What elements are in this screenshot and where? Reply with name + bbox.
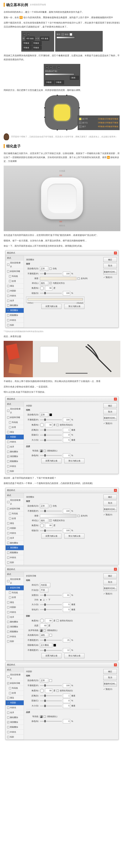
sidebar-item[interactable]: 等高线 xyxy=(6,274,24,279)
preview-check[interactable]: ✓ 预览(V) xyxy=(103,276,117,279)
opacity-slider-3[interactable] xyxy=(40,511,62,511)
noise-input[interactable]: 0 xyxy=(63,454,70,458)
sidebar-item-active-3[interactable]: ✓渐变叠加 xyxy=(6,546,24,550)
checkbox-icon[interactable] xyxy=(9,687,11,689)
default-btn-2[interactable]: 设置为默认值 xyxy=(41,458,61,463)
hl-color[interactable] xyxy=(50,634,52,637)
dither-check-3[interactable] xyxy=(50,505,52,507)
bevel-size-input[interactable]: 5 xyxy=(63,602,70,607)
sidebar-item[interactable]: 混合选项:默认 xyxy=(6,577,24,586)
checkbox-icon[interactable] xyxy=(7,616,9,618)
sidebar-item[interactable]: 投影 xyxy=(6,560,24,565)
sidebar-item[interactable]: 投影 xyxy=(6,639,24,644)
reset-btn-4[interactable]: 复位为默认值 xyxy=(64,653,85,658)
checkbox-icon[interactable]: ✓ xyxy=(7,436,9,438)
sidebar-item[interactable]: 光泽 xyxy=(6,444,24,450)
sidebar-item[interactable]: 外发光 xyxy=(6,634,24,639)
panel2-r2[interactable]: 14像素 xyxy=(55,80,64,84)
close-icon-4[interactable]: ✕ xyxy=(114,568,117,571)
checkbox-icon[interactable] xyxy=(7,446,9,448)
color-swatch[interactable] xyxy=(50,413,52,416)
hl-mode-select[interactable]: 滤色 xyxy=(40,633,48,638)
sidebar-item[interactable]: 光泽 xyxy=(6,615,24,620)
radio-down[interactable]: ○ xyxy=(46,598,47,602)
choke-slider-5[interactable] xyxy=(40,701,62,701)
checkbox-icon[interactable]: ✓ xyxy=(7,721,9,723)
sidebar-item[interactable]: 内发光 xyxy=(6,439,24,444)
panel-icon-a[interactable]: ▭ xyxy=(45,66,48,69)
panel2-slider[interactable] xyxy=(45,73,74,75)
anchor-point[interactable] xyxy=(57,95,58,96)
checkbox-icon[interactable]: ✓ xyxy=(7,547,9,549)
sidebar-item[interactable]: 纹理 xyxy=(6,691,24,696)
blend-mode-select-2[interactable]: 正常 xyxy=(40,412,48,417)
anchor-point[interactable] xyxy=(44,117,45,118)
scale-slider-3[interactable] xyxy=(40,530,62,531)
height-input[interactable]: 400 像素 xyxy=(40,37,49,41)
gradient-track[interactable] xyxy=(28,298,83,300)
sh-color[interactable] xyxy=(54,644,56,647)
default-btn-3[interactable]: 设置为默认值 xyxy=(41,533,61,539)
sidebar-item[interactable]: 等高线 xyxy=(6,420,24,425)
sh-op-slider[interactable] xyxy=(40,650,62,651)
sidebar-item[interactable]: 内阴影 xyxy=(6,605,24,610)
default-btn[interactable]: 设置为默认值 xyxy=(41,304,61,309)
panel-icon-c[interactable]: ⬚ xyxy=(53,66,56,69)
global-check-5[interactable] xyxy=(57,690,59,692)
global-check-4[interactable] xyxy=(57,620,59,622)
preview-check-4[interactable]: ✓ 预览(V) xyxy=(103,592,117,596)
sidebar-item[interactable]: 等高线 xyxy=(6,511,24,516)
checkbox-icon[interactable] xyxy=(7,731,9,733)
sidebar-item[interactable]: 描边 xyxy=(6,430,24,435)
ok-button-3[interactable]: 确定 xyxy=(103,495,117,500)
sh-op-input[interactable]: 12 xyxy=(63,648,70,652)
sidebar-item[interactable]: 描边 xyxy=(6,695,24,701)
angle-input-5[interactable]: 90 xyxy=(45,689,52,693)
panel-icon-b[interactable]: ▭ xyxy=(49,66,52,69)
sidebar-item[interactable]: 斜面和浮雕 xyxy=(6,415,24,420)
checkbox-icon[interactable] xyxy=(7,522,9,524)
anti-check[interactable] xyxy=(43,450,46,452)
checkbox-icon[interactable] xyxy=(9,280,11,282)
sidebar-item[interactable]: 光泽 xyxy=(6,299,24,303)
checkbox-icon[interactable] xyxy=(7,508,9,510)
sidebar-item[interactable]: 斜面和浮雕 xyxy=(6,506,24,511)
sidebar-item[interactable]: 外发光 xyxy=(6,730,24,735)
opacity-input[interactable]: 100 xyxy=(63,272,70,276)
align-check[interactable]: ✓ xyxy=(50,282,52,284)
preview-check-2[interactable]: ✓ 预览(V) xyxy=(103,422,117,425)
checkbox-icon[interactable] xyxy=(7,441,9,443)
sidebar-item[interactable]: 投影 xyxy=(6,735,24,740)
checkbox-icon[interactable]: ✓ xyxy=(7,309,9,311)
sidebar-item[interactable]: 光泽 xyxy=(6,710,24,715)
size-slider[interactable] xyxy=(40,440,62,440)
reverse-check[interactable] xyxy=(78,277,80,280)
checkbox-icon[interactable] xyxy=(9,692,11,694)
sidebar-item[interactable]: 颜色叠加 xyxy=(6,715,24,720)
preview-check-5[interactable]: ✓ 预览(V) xyxy=(103,687,117,691)
sidebar-item[interactable]: 颜色叠加 xyxy=(6,303,24,308)
anti-check-5[interactable] xyxy=(43,716,46,718)
checkbox-icon[interactable] xyxy=(7,319,9,321)
close-icon[interactable]: ✕ xyxy=(114,252,117,254)
checkbox-icon[interactable] xyxy=(7,270,9,273)
ok-button-2[interactable]: 确定 xyxy=(103,403,117,408)
sidebar-item[interactable]: 投影 xyxy=(6,469,24,474)
checkbox-icon[interactable] xyxy=(7,726,9,728)
sidebar-item[interactable]: 纹理 xyxy=(6,595,24,600)
checkbox-icon[interactable] xyxy=(7,290,9,292)
checkbox-icon[interactable] xyxy=(7,601,9,603)
checkbox-icon[interactable] xyxy=(7,606,9,609)
angle-input-3[interactable]: 90 xyxy=(45,523,52,528)
angle-dial-5[interactable] xyxy=(40,689,44,693)
anchor-point[interactable] xyxy=(44,107,45,108)
angle-input-4[interactable]: 90 xyxy=(45,619,52,623)
gradient-picker[interactable] xyxy=(40,277,76,280)
sidebar-item[interactable]: ✓斜面和浮雕 xyxy=(6,681,24,686)
anchor-point[interactable] xyxy=(66,129,67,130)
cancel-button-4[interactable]: 取消 xyxy=(103,580,117,585)
style-select[interactable]: 线性 xyxy=(40,281,48,285)
opacity-slider[interactable] xyxy=(40,273,62,274)
checkbox-icon[interactable] xyxy=(7,561,9,564)
contour-picker-5[interactable] xyxy=(40,715,42,718)
